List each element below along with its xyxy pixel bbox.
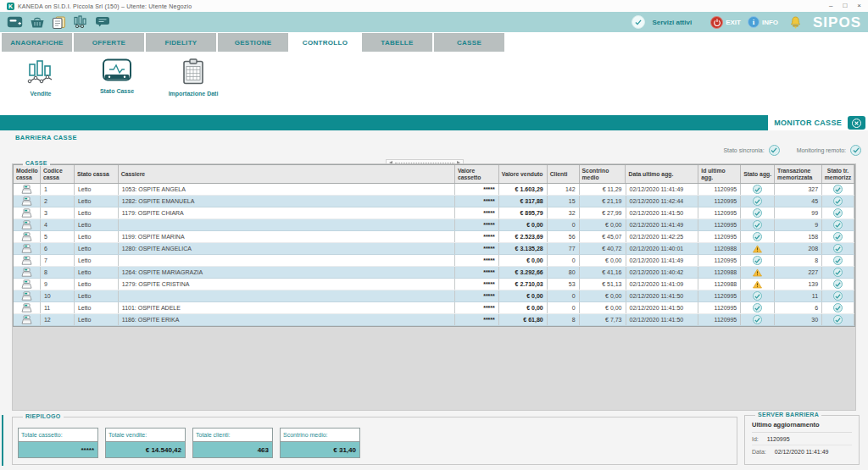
- table-row[interactable]: 9Letto1279: OSPITE CRISTINA*****€ 2.710,…: [14, 279, 854, 290]
- stato-agg-cell: [741, 267, 775, 278]
- casse-groupbox: CASSE Modello cassaCodice cassaStato cas…: [12, 163, 856, 411]
- summary-row: Totale cassetto:*****Totale vendite:€ 14…: [13, 417, 737, 458]
- table-row[interactable]: 8Letto1264: OSPITE MARIAGRAZIA*****€ 3.2…: [14, 267, 854, 279]
- table-row[interactable]: 1Letto1053: OSPITE ANGELA*****€ 1.603,29…: [14, 184, 854, 196]
- table-row[interactable]: 3Letto1179: OSPITE CHIARA*****€ 895,7932…: [14, 207, 854, 219]
- scontrino-medio-cell: € 7,73: [580, 314, 626, 325]
- ribbon-item-vendite[interactable]: Vendite: [8, 58, 73, 98]
- id-ultimo-agg-cell: 1120995: [698, 196, 741, 207]
- ribbon-item-importazione-dati[interactable]: Importazione Dati: [161, 58, 225, 98]
- stato-tr-memorizzata-cell: [822, 302, 854, 313]
- header-id-ultimo-agg[interactable]: Id ultimo agg.: [698, 165, 741, 183]
- header-stato-tr-memorizzata[interactable]: Stato tr. memorizz: [822, 165, 854, 183]
- minimize-button[interactable]: –: [829, 3, 832, 9]
- header-codice-cassa[interactable]: Codice cassa: [41, 165, 75, 183]
- statistics-icon[interactable]: [73, 14, 88, 30]
- valore-cassetto-cell: *****: [455, 302, 499, 313]
- header-data-ultimo-agg[interactable]: Data ultimo agg.: [626, 165, 698, 183]
- cash-register-icon: [21, 208, 32, 218]
- warning-status-icon: [753, 280, 762, 289]
- header-scontrino-medio[interactable]: Scontrino medio: [580, 165, 626, 183]
- table-row[interactable]: 6Letto1280: OSPITE ANGELICA*****€ 3.135,…: [14, 243, 854, 255]
- stato-tr-memorizzata-cell: [822, 290, 854, 301]
- table-row[interactable]: 7Letto*****€ 0,000€ 0,0002/12/2020 11:41…: [14, 255, 854, 267]
- summary-box: Totale clienti:463: [192, 428, 273, 458]
- pos-device-icon[interactable]: [7, 14, 23, 30]
- table-row[interactable]: 11Letto1101: OSPITE ADELE*****€ 0,000€ 0…: [14, 302, 854, 314]
- stato-agg-cell: [741, 302, 775, 313]
- codice-cassa-cell: 6: [41, 243, 75, 254]
- copy-documents-icon[interactable]: [52, 14, 66, 30]
- tab-gestione[interactable]: GESTIONE: [218, 33, 288, 52]
- valore-cassetto-cell: *****: [455, 255, 499, 266]
- data-ultimo-agg-cell: 02/12/2020 11:41:50: [626, 314, 699, 325]
- header-stato-agg[interactable]: Stato agg.: [741, 165, 775, 183]
- monitoring-ok-icon: [850, 145, 861, 156]
- header-modello-cassa[interactable]: Modello cassa: [14, 165, 41, 183]
- data-ultimo-agg-cell: 02/12/2020 11:41:49: [626, 184, 699, 195]
- scontrino-medio-cell: € 27,99: [580, 207, 626, 218]
- check-status-icon: [833, 196, 843, 206]
- tab-bar: ANAGRAFICHEOFFERTEFIDELITYGESTIONECONTRO…: [0, 32, 868, 53]
- table-row[interactable]: 10Letto*****€ 0,000€ 0,0002/12/2020 11:4…: [14, 290, 854, 302]
- clienti-cell: 0: [548, 255, 580, 266]
- server-id-label: Id:: [752, 436, 759, 442]
- header-stato-cassa[interactable]: Stato cassa: [75, 165, 119, 183]
- codice-cassa-cell: 12: [41, 314, 75, 325]
- cassiere-cell: 1186: OSPITE ERIKA: [119, 314, 455, 325]
- window-titlebar: K KANEDA on SI.D.I. Piccola Srl (150) – …: [0, 0, 868, 12]
- clienti-cell: 8: [548, 314, 580, 325]
- tab-casse[interactable]: CASSE: [434, 33, 504, 52]
- ultimo-aggiornamento-title: Ultimo aggiornamento: [752, 421, 852, 433]
- stato-tr-memorizzata-cell: [822, 207, 854, 218]
- close-window-button[interactable]: ×: [857, 3, 861, 9]
- summary-value: € 31,40: [281, 442, 359, 457]
- cassiere-cell: [119, 255, 455, 266]
- transazione-memorizzata-cell: 139: [775, 279, 822, 290]
- cash-register-icon: [21, 232, 32, 242]
- id-ultimo-agg-cell: 1120988: [698, 279, 741, 290]
- basket-icon[interactable]: [30, 14, 45, 30]
- clienti-cell: 56: [548, 231, 580, 242]
- tab-fidelity[interactable]: FIDELITY: [146, 33, 216, 52]
- monitoring-remoto-label: Monitoring remoto:: [797, 147, 846, 153]
- close-monitor-button[interactable]: [848, 116, 865, 130]
- exit-button[interactable]: EXIT: [710, 16, 741, 29]
- valore-venduto-cell: € 3.292,66: [499, 267, 548, 278]
- header-valore-cassetto[interactable]: Valore cassetto: [455, 165, 499, 183]
- check-status-icon: [833, 208, 843, 218]
- header-transazione-memorizzata[interactable]: Transazione memorizzata: [775, 165, 822, 183]
- table-row[interactable]: 4Letto*****€ 0,000€ 0,0002/12/2020 11:41…: [14, 219, 854, 231]
- table-row[interactable]: 2Letto1282: OSPITE EMANUELA*****€ 317,88…: [14, 196, 854, 207]
- stato-tr-memorizzata-cell: [822, 219, 854, 230]
- header-cassiere[interactable]: Cassiere: [119, 165, 455, 183]
- summary-label: Totale cassetto:: [19, 429, 97, 442]
- info-button[interactable]: i INFO: [748, 16, 778, 28]
- notification-bell-icon[interactable]: [790, 16, 801, 29]
- tab-offerte[interactable]: OFFERTE: [74, 33, 144, 52]
- clienti-cell: 0: [548, 302, 580, 313]
- transazione-memorizzata-cell: 158: [775, 231, 822, 242]
- stato-cassa-cell: Letto: [75, 243, 119, 254]
- tab-tabelle[interactable]: TABELLE: [362, 33, 432, 52]
- cassiere-cell: 1279: OSPITE CRISTINA: [119, 279, 455, 290]
- check-status-icon: [833, 268, 843, 277]
- ribbon-item-stato-casse[interactable]: Stato Casse: [85, 58, 149, 98]
- table-row[interactable]: 5Letto1199: OSPITE MARINA*****€ 2.523,69…: [14, 231, 854, 243]
- tab-controllo[interactable]: CONTROLLO: [290, 33, 360, 52]
- clienti-cell: 80: [548, 267, 580, 278]
- server-data-row: Data: 02/12/2020 11:41:49: [752, 445, 852, 457]
- table-row[interactable]: 12Letto1186: OSPITE ERIKA*****€ 61,808€ …: [14, 314, 854, 326]
- id-ultimo-agg-cell: 1120995: [698, 219, 741, 230]
- header-valore-venduto[interactable]: Valore venduto: [499, 165, 548, 183]
- scontrino-medio-cell: € 41,16: [580, 267, 626, 278]
- data-ultimo-agg-cell: 02/12/2020 11:41:50: [626, 207, 699, 218]
- info-icon: i: [748, 16, 760, 28]
- clienti-cell: 53: [548, 279, 580, 290]
- data-ultimo-agg-cell: 02/12/2020 11:41:50: [626, 302, 699, 313]
- header-clienti[interactable]: Clienti: [548, 165, 580, 183]
- chat-message-icon[interactable]: [95, 14, 110, 30]
- maximize-button[interactable]: □: [843, 3, 847, 9]
- tab-anagrafiche[interactable]: ANAGRAFICHE: [2, 33, 72, 52]
- cash-register-icon: [21, 291, 32, 301]
